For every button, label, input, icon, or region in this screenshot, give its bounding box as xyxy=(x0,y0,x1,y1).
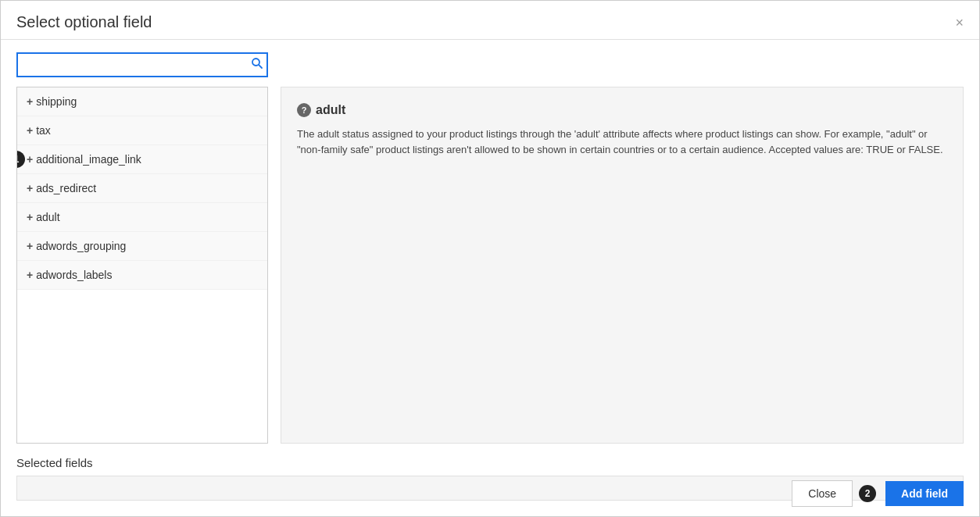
list-item[interactable]: 1 + additional_image_link xyxy=(17,145,267,174)
dialog-title: Select optional field xyxy=(16,13,152,31)
list-item[interactable]: + adwords_grouping xyxy=(17,232,267,261)
plus-icon: + xyxy=(27,153,33,166)
search-icon xyxy=(251,59,263,72)
info-panel: ? adult The adult status assigned to you… xyxy=(281,87,964,444)
search-icon-button[interactable] xyxy=(251,57,263,73)
selected-fields-label: Selected fields xyxy=(16,456,964,469)
field-label: tax xyxy=(36,124,51,137)
close-x-button[interactable]: × xyxy=(955,16,964,30)
plus-icon: + xyxy=(27,269,33,281)
list-item[interactable]: + adwords_labels xyxy=(17,261,267,290)
list-item[interactable]: + ads_redirect xyxy=(17,174,267,203)
step-badge-1: 1 xyxy=(17,151,25,168)
field-label: additional_image_link xyxy=(36,153,141,166)
plus-icon: + xyxy=(27,182,33,194)
field-list-container: + shipping + tax 1 + additional_image_li… xyxy=(16,87,268,444)
dialog-header: Select optional field × xyxy=(1,1,979,40)
field-label: adwords_labels xyxy=(36,269,112,281)
close-button[interactable]: Close xyxy=(792,480,853,507)
plus-icon: + xyxy=(27,124,33,137)
info-field-name: adult xyxy=(316,103,345,117)
search-box-wrapper xyxy=(16,52,268,77)
list-item[interactable]: + adult xyxy=(17,203,267,232)
search-row xyxy=(16,52,964,77)
info-panel-description: The adult status assigned to your produc… xyxy=(297,127,947,157)
step-badge-2: 2 xyxy=(859,485,876,502)
add-field-button[interactable]: Add field xyxy=(885,481,964,506)
dialog-footer: Close 2 Add field xyxy=(776,471,979,516)
plus-icon: + xyxy=(27,211,33,223)
dialog-body: + shipping + tax 1 + additional_image_li… xyxy=(1,40,979,513)
field-label: ads_redirect xyxy=(36,182,96,194)
info-icon: ? xyxy=(297,103,311,117)
field-label: shipping xyxy=(36,95,77,108)
field-list: + shipping + tax 1 + additional_image_li… xyxy=(17,87,267,443)
plus-icon: + xyxy=(27,95,33,108)
info-panel-title: ? adult xyxy=(297,103,947,117)
dialog: Select optional field × xyxy=(0,0,980,517)
plus-icon: + xyxy=(27,240,33,252)
svg-line-1 xyxy=(259,65,262,68)
list-item[interactable]: + shipping xyxy=(17,87,267,116)
field-label: adult xyxy=(36,211,59,223)
content-row: + shipping + tax 1 + additional_image_li… xyxy=(16,87,964,444)
search-input[interactable] xyxy=(16,52,268,77)
list-item[interactable]: + tax xyxy=(17,116,267,145)
field-label: adwords_grouping xyxy=(36,240,126,252)
